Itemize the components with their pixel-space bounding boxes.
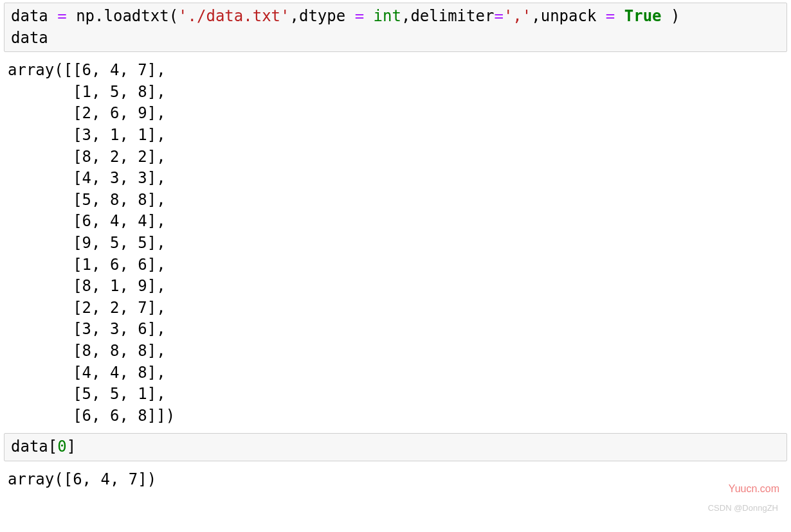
code-line-2: data <box>11 29 48 47</box>
output-cell-1: array([[6, 4, 7], [1, 5, 8], [2, 6, 9], … <box>0 56 791 430</box>
code-line-1: data = np.loadtxt('./data.txt',dtype = i… <box>11 7 680 25</box>
code-line-3: data[0] <box>11 438 76 456</box>
code-cell-1[interactable]: data = np.loadtxt('./data.txt',dtype = i… <box>4 3 787 52</box>
output-cell-2: array([6, 4, 7]) <box>0 465 791 495</box>
watermark-logo: Yuucn.com <box>729 482 779 495</box>
code-cell-2[interactable]: data[0] <box>4 433 787 461</box>
